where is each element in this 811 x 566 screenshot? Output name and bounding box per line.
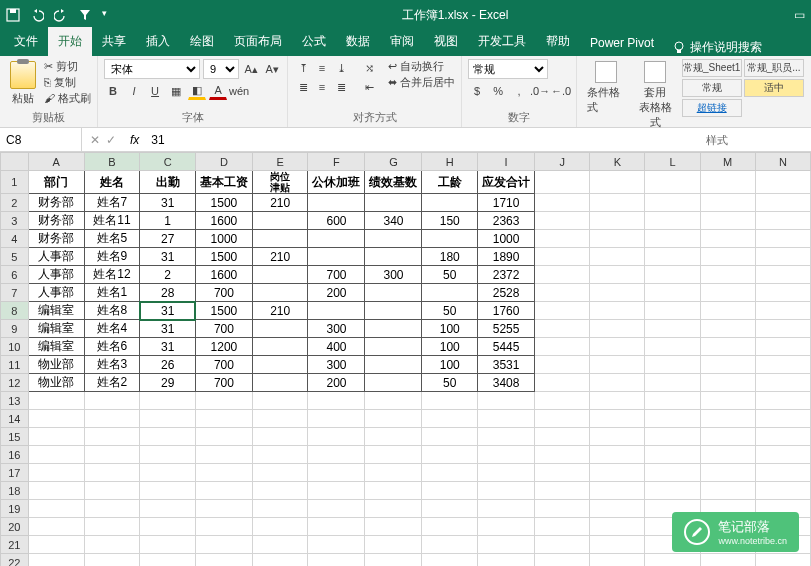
- cell-A12[interactable]: 物业部: [28, 374, 84, 392]
- cell-C20[interactable]: [140, 518, 196, 536]
- cell-A3[interactable]: 财务部: [28, 212, 84, 230]
- row-header-21[interactable]: 21: [1, 536, 29, 554]
- tab-home[interactable]: 开始: [48, 27, 92, 56]
- cell-C15[interactable]: [140, 428, 196, 446]
- cell-G8[interactable]: [365, 302, 422, 320]
- cell-B6[interactable]: 姓名12: [84, 266, 140, 284]
- cell-K13[interactable]: [590, 392, 645, 410]
- tab-dev[interactable]: 开发工具: [468, 27, 536, 56]
- cell-E2[interactable]: 210: [252, 194, 308, 212]
- cell-I13[interactable]: [478, 392, 535, 410]
- cell-M10[interactable]: [700, 338, 755, 356]
- cell-H4[interactable]: [422, 230, 478, 248]
- cell-M22[interactable]: [700, 554, 755, 567]
- row-header-1[interactable]: 1: [1, 171, 29, 194]
- cell-N16[interactable]: [755, 446, 810, 464]
- cell-C12[interactable]: 29: [140, 374, 196, 392]
- align-top-icon[interactable]: ⤒: [294, 59, 312, 77]
- cell-F13[interactable]: [308, 392, 365, 410]
- cell-B9[interactable]: 姓名4: [84, 320, 140, 338]
- cell-L7[interactable]: [645, 284, 700, 302]
- cell-C17[interactable]: [140, 464, 196, 482]
- cell-H14[interactable]: [422, 410, 478, 428]
- cell-H16[interactable]: [422, 446, 478, 464]
- col-header-G[interactable]: G: [365, 153, 422, 171]
- cell-J1[interactable]: [535, 171, 590, 194]
- cell-F20[interactable]: [308, 518, 365, 536]
- cell-L10[interactable]: [645, 338, 700, 356]
- cell-N12[interactable]: [755, 374, 810, 392]
- cell-K22[interactable]: [590, 554, 645, 567]
- cell-M5[interactable]: [700, 248, 755, 266]
- cell-D10[interactable]: 1200: [195, 338, 252, 356]
- cell-D6[interactable]: 1600: [195, 266, 252, 284]
- wrap-text-button[interactable]: ↩ 自动换行: [388, 59, 455, 74]
- cell-K20[interactable]: [590, 518, 645, 536]
- cell-G19[interactable]: [365, 500, 422, 518]
- cell-K7[interactable]: [590, 284, 645, 302]
- cell-C18[interactable]: [140, 482, 196, 500]
- cell-F5[interactable]: [308, 248, 365, 266]
- row-header-9[interactable]: 9: [1, 320, 29, 338]
- cell-I4[interactable]: 1000: [478, 230, 535, 248]
- decrease-decimal-icon[interactable]: ←.0: [552, 82, 570, 100]
- row-header-13[interactable]: 13: [1, 392, 29, 410]
- cell-K16[interactable]: [590, 446, 645, 464]
- cell-G13[interactable]: [365, 392, 422, 410]
- cell-G4[interactable]: [365, 230, 422, 248]
- row-header-10[interactable]: 10: [1, 338, 29, 356]
- cell-F18[interactable]: [308, 482, 365, 500]
- cell-I11[interactable]: 3531: [478, 356, 535, 374]
- style-normal-sheet1[interactable]: 常规_Sheet1: [682, 59, 742, 77]
- cell-K19[interactable]: [590, 500, 645, 518]
- cell-C14[interactable]: [140, 410, 196, 428]
- cell-B13[interactable]: [84, 392, 140, 410]
- cell-A9[interactable]: 编辑室: [28, 320, 84, 338]
- cell-F2[interactable]: [308, 194, 365, 212]
- cell-A22[interactable]: [28, 554, 84, 567]
- cell-E15[interactable]: [252, 428, 308, 446]
- cell-K17[interactable]: [590, 464, 645, 482]
- tab-layout[interactable]: 页面布局: [224, 27, 292, 56]
- cell-G3[interactable]: 340: [365, 212, 422, 230]
- cell-E4[interactable]: [252, 230, 308, 248]
- cell-G11[interactable]: [365, 356, 422, 374]
- cell-K12[interactable]: [590, 374, 645, 392]
- tab-insert[interactable]: 插入: [136, 27, 180, 56]
- cell-A14[interactable]: [28, 410, 84, 428]
- tell-me[interactable]: 操作说明搜索: [664, 39, 770, 56]
- cell-J7[interactable]: [535, 284, 590, 302]
- cell-M1[interactable]: [700, 171, 755, 194]
- cell-J15[interactable]: [535, 428, 590, 446]
- qat-customize-icon[interactable]: ▾: [102, 8, 116, 22]
- cell-I8[interactable]: 1760: [478, 302, 535, 320]
- row-header-2[interactable]: 2: [1, 194, 29, 212]
- cell-E6[interactable]: [252, 266, 308, 284]
- sheet-area[interactable]: ABCDEFGHIJKLMN1部门姓名出勤基本工资岗位 津贴公休加班绩效基数工龄…: [0, 152, 811, 566]
- cell-D22[interactable]: [195, 554, 252, 567]
- cell-G2[interactable]: [365, 194, 422, 212]
- cell-K8[interactable]: [590, 302, 645, 320]
- underline-button[interactable]: U: [146, 82, 164, 100]
- col-header-I[interactable]: I: [478, 153, 535, 171]
- cell-I12[interactable]: 3408: [478, 374, 535, 392]
- cell-N17[interactable]: [755, 464, 810, 482]
- cell-N7[interactable]: [755, 284, 810, 302]
- cell-D20[interactable]: [195, 518, 252, 536]
- cell-K10[interactable]: [590, 338, 645, 356]
- tab-file[interactable]: 文件: [4, 27, 48, 56]
- cell-D21[interactable]: [195, 536, 252, 554]
- cell-G16[interactable]: [365, 446, 422, 464]
- cell-E13[interactable]: [252, 392, 308, 410]
- cell-K6[interactable]: [590, 266, 645, 284]
- tab-help[interactable]: 帮助: [536, 27, 580, 56]
- orientation-icon[interactable]: ⤭: [360, 59, 378, 77]
- cell-L3[interactable]: [645, 212, 700, 230]
- cell-D12[interactable]: 700: [195, 374, 252, 392]
- cell-E18[interactable]: [252, 482, 308, 500]
- cell-L4[interactable]: [645, 230, 700, 248]
- cell-J14[interactable]: [535, 410, 590, 428]
- cell-C1[interactable]: 出勤: [140, 171, 196, 194]
- cell-D7[interactable]: 700: [195, 284, 252, 302]
- cell-H10[interactable]: 100: [422, 338, 478, 356]
